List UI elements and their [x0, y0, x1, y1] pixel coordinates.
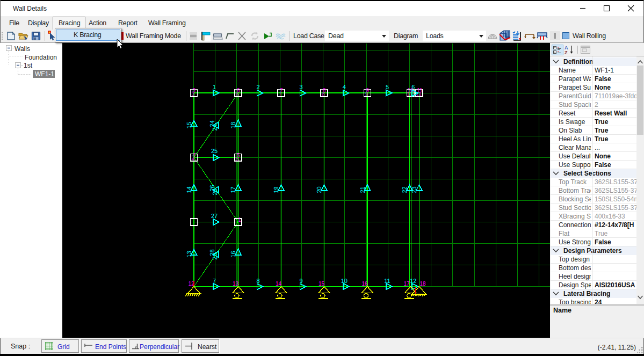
- svg-text:10: 10: [341, 278, 348, 284]
- svg-text:3: 3: [299, 84, 302, 90]
- svg-text:26: 26: [212, 188, 218, 195]
- svg-text:18: 18: [419, 281, 426, 287]
- svg-text:5: 5: [236, 156, 239, 162]
- svg-text:23: 23: [411, 186, 417, 193]
- svg-text:7: 7: [279, 91, 282, 97]
- svg-text:27: 27: [211, 213, 218, 219]
- svg-text:Z: Z: [565, 50, 568, 55]
- svg-text:8: 8: [256, 278, 259, 284]
- svg-text:19: 19: [273, 186, 280, 193]
- svg-text:1: 1: [213, 84, 216, 90]
- svg-text:12: 12: [410, 278, 416, 284]
- svg-text:13: 13: [233, 281, 239, 287]
- svg-text:16: 16: [230, 251, 237, 257]
- svg-text:6: 6: [236, 91, 239, 97]
- svg-text:7: 7: [213, 278, 216, 284]
- svg-text:9: 9: [299, 278, 302, 284]
- svg-text:6: 6: [411, 84, 415, 90]
- svg-text:21: 21: [359, 186, 366, 193]
- svg-text:15: 15: [319, 281, 325, 287]
- svg-text:15: 15: [186, 122, 192, 128]
- svg-text:13: 13: [186, 251, 192, 257]
- svg-text:3: 3: [192, 91, 195, 97]
- svg-text:2: 2: [256, 84, 259, 90]
- svg-text:16: 16: [361, 281, 368, 287]
- svg-text:8: 8: [322, 91, 325, 97]
- svg-text:9: 9: [365, 91, 368, 97]
- svg-text:20: 20: [316, 186, 323, 193]
- svg-text:25: 25: [211, 148, 218, 154]
- svg-text:14: 14: [186, 186, 192, 193]
- svg-text:17: 17: [403, 281, 410, 287]
- svg-text:18: 18: [230, 122, 237, 128]
- svg-text:1: 1: [238, 217, 241, 223]
- svg-text:22: 22: [402, 186, 408, 193]
- svg-text:17: 17: [230, 186, 237, 193]
- svg-text:4: 4: [343, 84, 346, 90]
- svg-text:28: 28: [212, 253, 218, 259]
- svg-text:24: 24: [212, 124, 218, 130]
- svg-text:4: 4: [192, 156, 195, 162]
- svg-text:11: 11: [384, 278, 390, 284]
- svg-text:5: 5: [386, 84, 389, 90]
- svg-text:14: 14: [276, 281, 282, 287]
